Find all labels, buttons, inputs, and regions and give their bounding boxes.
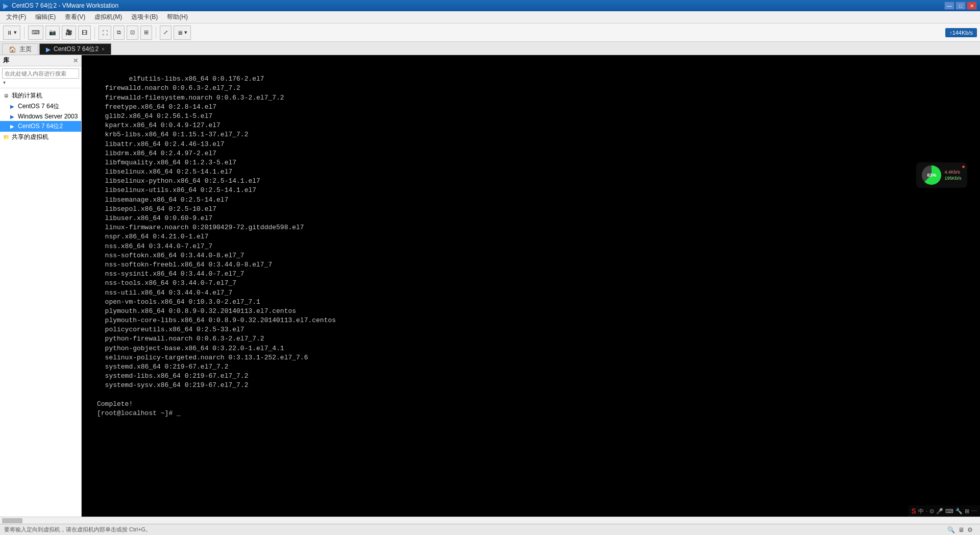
sidebar-label-winserver: Windows Server 2003 xyxy=(18,113,78,120)
tab-close-button[interactable]: × xyxy=(102,46,105,52)
sidebar-label-centos7: CentOS 7 64位 xyxy=(18,102,59,111)
menu-file[interactable]: 文件(F) xyxy=(2,12,30,22)
sidebar-item-centos7[interactable]: ▶ CentOS 7 64位 xyxy=(0,101,81,112)
sidebar-tree: 🖥 我的计算机 ▶ CentOS 7 64位 ▶ Windows Server … xyxy=(0,88,81,517)
tray-icon-1[interactable]: S xyxy=(912,507,916,515)
view-button[interactable]: ⊞ xyxy=(140,26,152,40)
title-bar-controls: — □ ✕ xyxy=(944,2,977,10)
horizontal-scrollbar[interactable] xyxy=(0,517,980,524)
snapshot-icon: 📷 xyxy=(49,29,56,36)
menu-bar: 文件(F) 编辑(E) 查看(V) 虚拟机(M) 选项卡(B) 帮助(H) xyxy=(0,11,980,23)
tray-icon-7[interactable]: 🔧 xyxy=(955,508,963,515)
toolbar-separator-1 xyxy=(24,27,24,39)
window-title: CentOS 7 64位2 - VMware Workstation xyxy=(12,2,118,10)
title-bar: ▶ CentOS 7 64位2 - VMware Workstation — □… xyxy=(0,0,980,11)
stretch-icon: ⤢ xyxy=(163,29,168,36)
toolbar-separator-2 xyxy=(94,27,95,39)
camera-icon: 🎥 xyxy=(65,29,72,36)
menu-view[interactable]: 查看(V) xyxy=(61,12,89,22)
sidebar-item-centos7-2[interactable]: ▶ CentOS 7 64位2 xyxy=(0,121,81,132)
pause-dropdown: ▾ xyxy=(14,29,17,36)
maximize-button[interactable]: □ xyxy=(955,2,966,10)
film-icon: 🎞 xyxy=(82,30,87,36)
tray-icon-9[interactable]: ⋯ xyxy=(971,508,977,515)
taskbar-vm-icon[interactable]: 🖥 xyxy=(958,526,964,533)
snapshot3-button[interactable]: 🎞 xyxy=(78,26,91,40)
taskbar-right-icons: 🔍 🖥 ⚙ xyxy=(947,526,976,533)
tab-vm-label: CentOS 7 64位2 xyxy=(54,45,99,54)
send-key-button[interactable]: ⌨ xyxy=(28,26,43,40)
tab-home-label: 主页 xyxy=(19,45,32,54)
network-upload: 4.4Kb/s xyxy=(944,169,961,175)
network-widget: 63% 4.4Kb/s 195Kb/s ● xyxy=(916,162,967,188)
pause-button[interactable]: ⏸ ▾ xyxy=(3,26,20,40)
vm-tab-icon: ▶ xyxy=(46,46,51,53)
tray-icon-8[interactable]: ⊞ xyxy=(965,508,969,515)
home-icon: 🏠 xyxy=(9,46,16,53)
sidebar-item-mycomputer[interactable]: 🖥 我的计算机 xyxy=(0,90,81,101)
display-dropdown: ▾ xyxy=(184,29,187,36)
stretch-button[interactable]: ⤢ xyxy=(160,26,172,40)
toolbar: ⏸ ▾ ⌨ 📷 🎥 🎞 ⛶ ⧉ ⊡ ⊞ ⤢ 🖥 ▾ ↑144Kb/s xyxy=(0,23,980,42)
vm-viewport[interactable]: elfutils-libs.x86_64 0:0.176-2.el7 firew… xyxy=(82,55,980,517)
sidebar-label-mycomputer: 我的计算机 xyxy=(12,91,42,100)
menu-help[interactable]: 帮助(H) xyxy=(163,12,192,22)
sidebar: 库 ✕ ▾ 🖥 我的计算机 ▶ CentOS 7 64位 ▶ Windows S… xyxy=(0,55,82,517)
vm-icon-2: ▶ xyxy=(8,113,16,120)
sidebar-label-shared: 共享的虚拟机 xyxy=(12,133,48,141)
taskbar-status-icon[interactable]: ⚙ xyxy=(967,526,973,533)
main-content: 库 ✕ ▾ 🖥 我的计算机 ▶ CentOS 7 64位 ▶ Windows S… xyxy=(0,55,980,517)
tray-icon-4[interactable]: ⊙ xyxy=(929,508,934,515)
minimize-button[interactable]: — xyxy=(944,2,954,10)
unity-icon: ⧉ xyxy=(117,29,121,36)
network-percent: 63% xyxy=(927,173,936,178)
tray-icon-3[interactable]: · xyxy=(926,508,927,514)
network-circle: 63% xyxy=(922,165,941,185)
fit-icon: ⊡ xyxy=(130,29,135,36)
sidebar-title: 库 xyxy=(3,56,9,65)
display-icon: 🖥 xyxy=(177,30,183,36)
fullscreen-icon: ⛶ xyxy=(102,30,108,36)
sidebar-close-icon[interactable]: ✕ xyxy=(73,57,78,64)
tray-icon-5[interactable]: 🎤 xyxy=(936,508,943,515)
computer-icon: 🖥 xyxy=(2,92,10,100)
snapshot2-button[interactable]: 🎥 xyxy=(62,26,76,40)
fit-button[interactable]: ⊡ xyxy=(127,26,138,40)
scroll-thumb[interactable] xyxy=(2,518,22,523)
search-dropdown-icon[interactable]: ▾ xyxy=(3,80,6,85)
snapshot-button[interactable]: 📷 xyxy=(45,26,60,40)
vmware-icon: ▶ xyxy=(3,2,9,10)
title-bar-left: ▶ CentOS 7 64位2 - VMware Workstation xyxy=(3,2,118,10)
taskbar-search-icon[interactable]: 🔍 xyxy=(947,526,955,533)
toolbar-separator-3 xyxy=(156,27,156,39)
tab-bar: 🏠 主页 ▶ CentOS 7 64位2 × xyxy=(0,42,980,55)
tray-icon-2[interactable]: 中 xyxy=(918,507,924,515)
keyboard-icon: ⌨ xyxy=(32,29,40,36)
fullscreen-button[interactable]: ⛶ xyxy=(99,26,111,40)
network-close-icon[interactable]: ● xyxy=(962,163,965,169)
pause-icon: ⏸ xyxy=(7,30,12,36)
menu-vm[interactable]: 虚拟机(M) xyxy=(90,12,126,22)
sidebar-header: 库 ✕ xyxy=(0,55,81,66)
status-bar: 要将输入定向到虚拟机，请在虚拟机内部单击或按 Ctrl+G。 🔍 🖥 ⚙ xyxy=(0,524,980,535)
network-speeds: 4.4Kb/s 195Kb/s xyxy=(944,169,961,181)
folder-icon: 📁 xyxy=(2,134,10,141)
terminal-content: elfutils-libs.x86_64 0:0.176-2.el7 firew… xyxy=(97,75,336,417)
tray-icon-6[interactable]: ⌨ xyxy=(945,508,953,515)
tab-home[interactable]: 🏠 主页 xyxy=(2,43,38,55)
vm-system-tray: S 中 · ⊙ 🎤 ⌨ 🔧 ⊞ ⋯ xyxy=(909,505,980,517)
network-download: 195Kb/s xyxy=(944,176,961,181)
network-speed: ↑144Kb/s xyxy=(945,28,977,37)
sidebar-search: ▾ xyxy=(0,66,81,88)
sidebar-item-shared[interactable]: 📁 共享的虚拟机 xyxy=(0,132,81,142)
display-button[interactable]: 🖥 ▾ xyxy=(174,26,191,40)
sidebar-item-winserver2003[interactable]: ▶ Windows Server 2003 xyxy=(0,112,81,121)
unity-button[interactable]: ⧉ xyxy=(113,26,125,40)
menu-tabs[interactable]: 选项卡(B) xyxy=(127,12,162,22)
sidebar-label-centos7-2: CentOS 7 64位2 xyxy=(18,122,63,131)
close-button[interactable]: ✕ xyxy=(967,2,977,10)
tab-centos7-2[interactable]: ▶ CentOS 7 64位2 × xyxy=(39,43,111,55)
vm-icon-3: ▶ xyxy=(8,123,16,130)
menu-edit[interactable]: 编辑(E) xyxy=(31,12,60,22)
search-input[interactable] xyxy=(2,68,79,79)
